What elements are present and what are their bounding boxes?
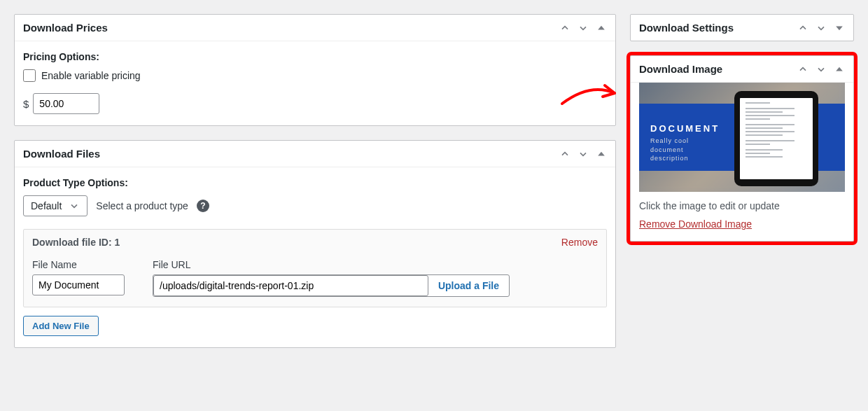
download-image-metabox: Download Image DOCUMENT Really cool docu… [630,55,854,242]
add-new-file-button[interactable]: Add New File [23,316,99,336]
collapse-toggle-icon[interactable] [596,22,607,34]
enable-variable-pricing-checkbox[interactable] [23,69,36,82]
preview-sub1: Really cool [650,137,720,146]
move-up-icon[interactable] [559,148,570,160]
price-input[interactable] [33,93,99,114]
enable-variable-pricing-label: Enable variable pricing [41,70,141,81]
remove-download-image-link[interactable]: Remove Download Image [639,218,752,230]
currency-symbol: $ [23,98,29,110]
preview-headline: DOCUMENT [650,123,720,134]
move-down-icon[interactable] [578,148,589,160]
download-file-block: Download file ID: 1 Remove File Name Fil… [23,229,607,307]
product-type-select[interactable]: Default [23,195,88,216]
download-prices-title: Download Prices [23,22,559,34]
tablet-mockup [734,91,818,186]
price-row: $ [23,93,607,114]
remove-file-link[interactable]: Remove [561,237,598,248]
download-files-header: Download Files [15,141,615,167]
download-image-title: Download Image [639,63,797,75]
preview-sub2: document [650,146,720,155]
help-icon[interactable]: ? [197,200,209,212]
download-file-id-label: Download file ID: 1 [32,237,561,248]
move-up-icon[interactable] [797,64,808,75]
file-url-label: File URL [153,259,510,270]
file-name-label: File Name [32,259,125,270]
download-image-helper: Click the image to edit or update [639,200,845,211]
move-up-icon[interactable] [797,22,808,34]
move-up-icon[interactable] [559,22,570,34]
download-prices-metabox: Download Prices Pricing Options: Enable … [14,14,616,126]
collapse-toggle-icon[interactable] [834,22,845,34]
preview-sub3: description [650,154,720,163]
file-name-input[interactable] [32,274,125,295]
download-files-title: Download Files [23,148,559,160]
collapse-toggle-icon[interactable] [596,148,607,160]
product-type-value: Default [31,200,62,211]
download-settings-metabox: Download Settings [630,14,854,41]
product-type-helper: Select a product type [96,200,188,211]
collapse-toggle-icon[interactable] [834,64,845,75]
move-down-icon[interactable] [578,22,589,34]
download-files-metabox: Download Files Product Type Options: Def… [14,140,616,348]
move-down-icon[interactable] [816,64,827,75]
enable-variable-pricing-row[interactable]: Enable variable pricing [23,69,607,82]
product-type-options-label: Product Type Options: [23,177,607,188]
file-url-field: Upload a File [153,274,510,297]
file-url-input[interactable] [153,275,428,296]
move-down-icon[interactable] [816,22,827,34]
upload-file-link[interactable]: Upload a File [428,280,509,291]
chevron-down-icon [69,200,80,211]
download-image-preview[interactable]: DOCUMENT Really cool document descriptio… [639,83,845,192]
pricing-options-label: Pricing Options: [23,51,607,62]
download-prices-header: Download Prices [15,15,615,41]
download-settings-title: Download Settings [639,22,797,34]
